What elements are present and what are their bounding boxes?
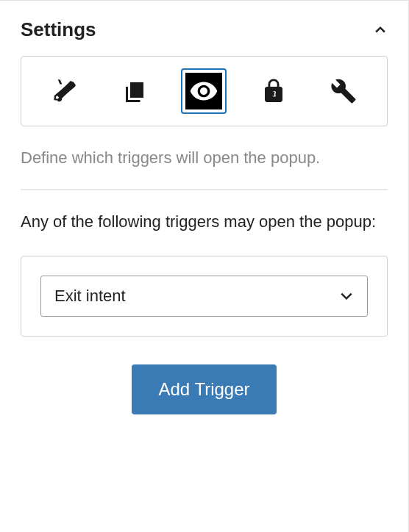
lock-icon xyxy=(260,78,287,104)
chevron-down-icon xyxy=(339,291,354,301)
panel-header[interactable]: Settings xyxy=(21,1,388,56)
divider xyxy=(21,189,388,190)
tab-advanced[interactable] xyxy=(321,68,366,114)
trigger-select-value: Exit intent xyxy=(54,287,126,306)
add-trigger-button[interactable]: Add Trigger xyxy=(132,364,276,414)
tab-layers[interactable] xyxy=(112,68,157,114)
settings-panel: Settings xyxy=(0,1,408,414)
triggers-label: Any of the following triggers may open t… xyxy=(21,209,388,234)
panel-description: Define which triggers will open the popu… xyxy=(21,145,388,170)
trigger-container: Exit intent xyxy=(21,256,388,337)
layers-icon xyxy=(121,78,148,104)
svg-rect-0 xyxy=(130,82,143,98)
button-row: Add Trigger xyxy=(21,364,388,414)
tab-access[interactable] xyxy=(251,68,296,114)
trigger-select[interactable]: Exit intent xyxy=(40,276,368,317)
tab-triggers[interactable] xyxy=(181,68,227,114)
panel-title: Settings xyxy=(21,18,96,41)
wrench-icon xyxy=(330,78,357,104)
tab-appearance[interactable] xyxy=(42,68,88,114)
eye-icon xyxy=(189,76,218,106)
settings-tabs xyxy=(21,56,388,126)
chevron-up-icon xyxy=(373,23,388,37)
brush-icon xyxy=(51,78,78,104)
